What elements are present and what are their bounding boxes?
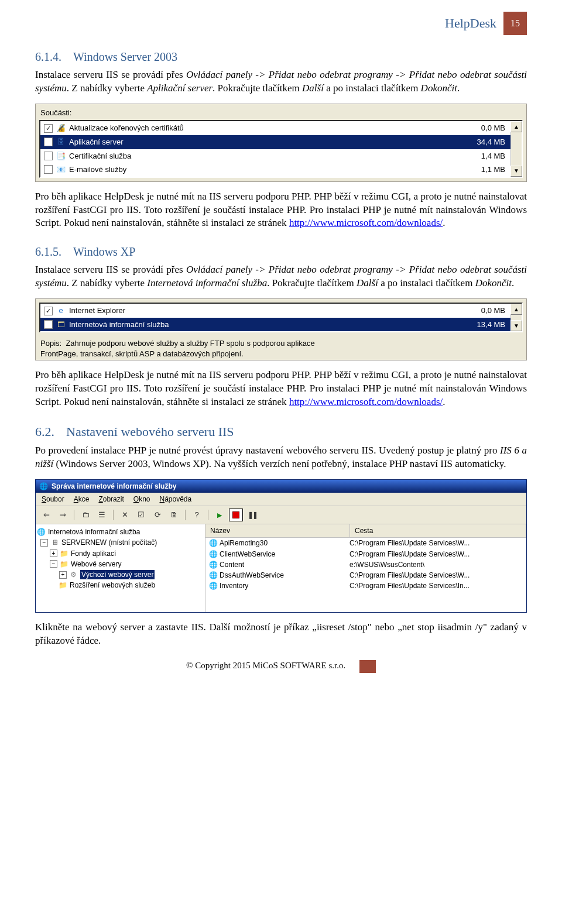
text: . [512,277,514,288]
paragraph-after-c1: Pro běh aplikace HelpDesk je nutné mít n… [35,190,527,231]
start-icon[interactable]: ▶ [213,509,227,521]
checkbox[interactable] [44,307,53,315]
server-icon: 🖥 [50,538,59,547]
grid-col-path[interactable]: Cesta [350,524,526,537]
text: . [457,83,460,94]
export-icon[interactable]: 🗎 [167,509,181,521]
components-listbox-2[interactable]: eInternet Explorer0,0 MB🗔Internetová inf… [39,303,523,332]
list-item[interactable]: 🔏Aktualizace kořenových certifikátů0,0 M… [40,121,511,135]
checkbox[interactable] [44,138,53,146]
collapse-icon[interactable]: − [50,560,57,568]
vdir-icon: 🌐 [209,540,217,548]
menu-item[interactable]: Soubor [42,494,64,504]
tree-label: Internetová informační služba [48,527,140,537]
text: Instalace serveru IIS se provádí přes [35,69,186,80]
mmc-body: 🌐 Internetová informační služba − 🖥 SERV… [36,524,526,612]
tree-server[interactable]: − 🖥 SERVERNEW (místní počítač) [37,537,204,548]
tree-item[interactable]: 📁 Rozšíření webových služeb [37,580,204,590]
item-size: 34,4 MB [477,137,508,147]
item-label: Internet Explorer [69,305,125,316]
back-icon[interactable]: ⇐ [39,509,53,521]
item-size: 13,4 MB [477,320,508,330]
refresh-icon[interactable]: ⟳ [150,509,165,521]
mmc-title: Správa internetové informační služby [52,482,176,491]
menu-item[interactable]: Zobrazit [98,494,124,504]
grid-row[interactable]: 🌐ClientWebServiceC:\Program Files\Update… [205,549,526,559]
pause-icon[interactable]: ❚❚ [245,509,259,521]
components-label: Součásti: [36,104,526,121]
mmc-toolbar[interactable]: ⇐ ⇒ 🗀 ☰ ✕ ☑ ⟳ 🗎 ? ▶ ❚❚ [36,506,526,524]
site-icon: ⚙ [69,571,78,579]
description-label: Popis: [40,339,61,348]
menu-item[interactable]: Okno [133,494,150,504]
properties-icon[interactable]: ☑ [134,509,148,521]
mmc-grid[interactable]: Název Cesta 🌐ApiRemoting30C:\Program Fil… [205,524,526,612]
checkbox[interactable] [44,165,53,174]
grid-row[interactable]: 🌐DssAuthWebServiceC:\Program Files\Updat… [205,570,526,580]
mmc-tree[interactable]: 🌐 Internetová informační služba − 🖥 SERV… [36,524,205,612]
folder-icon: 📁 [60,549,68,558]
checkbox[interactable] [44,124,53,133]
scroll-up-icon[interactable]: ▲ [510,304,522,315]
item-label: Internetová informační služba [69,320,169,330]
tree-item[interactable]: − 📁 Webové servery [37,559,204,569]
expand-icon[interactable]: + [59,571,67,579]
text-italic: Internetová informační služba [147,277,267,288]
item-size: 0,0 MB [481,123,508,133]
list-icon[interactable]: ☰ [95,509,109,521]
list-item[interactable]: 🗔Internetová informační služba13,4 MB [40,318,511,332]
list-item[interactable]: 📑Certifikační služba1,4 MB [40,149,511,163]
text-italic: Další [357,277,378,288]
separator [208,510,208,520]
tree-item-selected[interactable]: + ⚙ Výchozí webový server [37,569,204,580]
list-item[interactable]: eInternet Explorer0,0 MB [40,304,511,318]
mmc-menubar[interactable]: SouborAkceZobrazitOknoNápověda [36,493,526,506]
ico-cert2-icon: 📑 [56,151,66,160]
grid-header[interactable]: Název Cesta [205,524,526,538]
heading-number: 6.1.4. [35,50,61,63]
collapse-icon[interactable]: − [40,539,48,547]
grid-row[interactable]: 🌐Contente:\WSUS\WsusContent\ [205,559,526,570]
tree-root[interactable]: 🌐 Internetová informační služba [37,527,204,537]
checkbox[interactable] [44,320,53,329]
menu-item[interactable]: Nápověda [160,494,192,504]
grid-row[interactable]: 🌐ApiRemoting30C:\Program Files\Update Se… [205,538,526,548]
cell-path: C:\Program Files\Update Services\In... [348,581,526,590]
menu-item[interactable]: Akce [74,494,90,504]
iis-icon: 🌐 [39,482,48,490]
scroll-down-icon[interactable]: ▼ [510,320,522,331]
grid-col-name[interactable]: Název [205,524,350,537]
scrollbar[interactable]: ▲ ▼ [510,304,522,331]
description-text-2: FrontPage, transakcí, skriptů ASP a data… [40,349,522,359]
list-item[interactable]: 🗄Aplikační server34,4 MB [40,135,511,149]
vdir-icon: 🌐 [209,571,217,579]
components-panel-1: Součásti: 🔏Aktualizace kořenových certif… [35,104,527,182]
forward-icon[interactable]: ⇒ [56,509,70,521]
tree-item[interactable]: + 📁 Fondy aplikací [37,548,204,559]
components-listbox[interactable]: 🔏Aktualizace kořenových certifikátů0,0 M… [39,120,523,177]
ico-iis-icon: 🗔 [56,320,66,329]
grid-row[interactable]: 🌐InventoryC:\Program Files\Update Servic… [205,580,526,591]
downloads-link[interactable]: http://www.microsoft.com/downloads/ [289,396,443,407]
mmc-titlebar: 🌐 Správa internetové informační služby [36,480,526,493]
cell-path: C:\Program Files\Update Services\W... [348,571,526,580]
downloads-link[interactable]: http://www.microsoft.com/downloads/ [289,217,443,228]
expand-icon[interactable]: + [50,549,57,557]
heading-number: 6.2. [35,424,54,439]
scrollbar[interactable]: ▲ ▼ [510,121,522,176]
help-icon[interactable]: ? [190,509,204,521]
text: Pro běh aplikace HelpDesk je nutné mít n… [35,191,527,229]
item-size: 1,4 MB [481,151,508,162]
scroll-down-icon[interactable]: ▼ [510,166,522,177]
scroll-up-icon[interactable]: ▲ [510,121,522,132]
cell-path: C:\Program Files\Update Services\W... [348,549,526,559]
stop-icon[interactable] [229,509,243,521]
footer-badge [359,660,376,673]
up-icon[interactable]: 🗀 [78,509,92,521]
paragraph-615: Instalace serveru IIS se provádí přes Ov… [35,263,527,290]
delete-icon[interactable]: ✕ [118,509,132,521]
list-item[interactable]: 📧E-mailové služby1,1 MB [40,163,511,177]
mmc-window: 🌐 Správa internetové informační služby S… [35,479,527,613]
checkbox[interactable] [44,152,53,160]
vdir-icon: 🌐 [209,550,217,558]
